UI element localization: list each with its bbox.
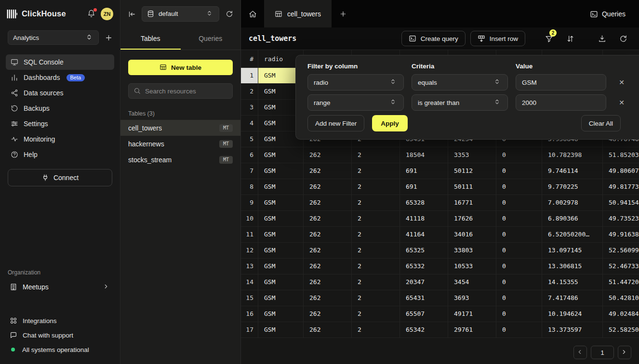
remove-filter-icon[interactable]: ✕	[614, 99, 629, 106]
table-cell[interactable]: 13.306815	[542, 259, 603, 274]
table-cell[interactable]: 33803	[448, 243, 496, 259]
table-cell[interactable]: 262	[304, 274, 352, 290]
table-cell[interactable]: 262	[304, 306, 352, 322]
row-number-cell[interactable]: 17	[241, 322, 258, 338]
table-cell[interactable]: 65325	[400, 243, 448, 259]
table-cell[interactable]: 2	[352, 179, 400, 195]
table-cell[interactable]: 0	[496, 322, 542, 338]
table-cell[interactable]: 41164	[400, 227, 448, 243]
insert-row-button[interactable]: Insert row	[470, 31, 525, 46]
table-cell[interactable]: 51.44720154	[603, 274, 639, 290]
table-cell[interactable]: 50111	[448, 179, 496, 195]
tab-tables[interactable]: Tables	[120, 27, 181, 50]
table-cell[interactable]: 49.024841	[603, 306, 639, 322]
table-cell[interactable]: 2	[352, 211, 400, 227]
table-cell[interactable]: 7.417486	[542, 290, 603, 306]
table-cell[interactable]: 2	[352, 274, 400, 290]
row-number-cell[interactable]: 5	[241, 131, 258, 147]
table-cell[interactable]: 2	[352, 259, 400, 274]
table-list-item-cell-towers[interactable]: cell_towers MT	[120, 120, 240, 136]
table-cell[interactable]: 49.806073	[603, 163, 639, 179]
row-number-cell[interactable]: 3	[241, 100, 258, 116]
table-cell[interactable]: GSM	[258, 306, 304, 322]
table-cell[interactable]: 16771	[448, 195, 496, 211]
row-number-cell[interactable]: 2	[241, 84, 258, 100]
add-filter-button[interactable]: Add new Filter	[307, 115, 364, 131]
table-cell[interactable]: 0	[496, 163, 542, 179]
filter-criteria-select[interactable]: is greater than	[412, 94, 508, 111]
sidebar-item-settings[interactable]: Settings	[6, 116, 114, 131]
filter-column-select[interactable]: radio	[307, 74, 404, 91]
search-input[interactable]	[145, 88, 227, 95]
table-cell[interactable]: 3693	[448, 290, 496, 306]
row-number-cell[interactable]: 8	[241, 179, 258, 195]
page-number-input[interactable]: 1	[591, 346, 614, 359]
table-cell[interactable]: 13.373597	[542, 322, 603, 338]
table-cell[interactable]: 49.916384	[603, 227, 639, 243]
row-number-cell[interactable]: 9	[241, 195, 258, 211]
table-cell[interactable]: GSM	[258, 179, 304, 195]
new-tab-button[interactable]	[332, 0, 355, 27]
table-cell[interactable]: 0	[496, 227, 542, 243]
download-button[interactable]	[594, 31, 610, 46]
sidebar-item-backups[interactable]: Backups	[6, 101, 114, 116]
table-cell[interactable]: 2	[352, 306, 400, 322]
table-cell[interactable]: 691	[400, 179, 448, 195]
table-cell[interactable]: 0	[496, 179, 542, 195]
table-cell[interactable]: 2	[352, 322, 400, 338]
row-number-cell[interactable]: 12	[241, 243, 258, 259]
create-query-button[interactable]: Create query	[401, 31, 466, 46]
table-cell[interactable]: GSM	[258, 322, 304, 338]
row-number-cell[interactable]: 4	[241, 116, 258, 131]
add-workspace-button[interactable]	[105, 34, 112, 41]
table-cell[interactable]: 65332	[400, 259, 448, 274]
table-cell[interactable]: 0	[496, 147, 542, 163]
table-cell[interactable]: 6.52050200…	[542, 227, 603, 243]
table-cell[interactable]: 13.097145	[542, 243, 603, 259]
table-cell[interactable]: 262	[304, 179, 352, 195]
row-number-cell[interactable]: 13	[241, 259, 258, 274]
table-cell[interactable]: GSM	[258, 259, 304, 274]
table-cell[interactable]: 65431	[400, 290, 448, 306]
table-cell[interactable]: 49.817739	[603, 179, 639, 195]
table-cell[interactable]: 262	[304, 259, 352, 274]
clear-all-button[interactable]: Clear All	[581, 115, 621, 131]
table-cell[interactable]: 2	[352, 227, 400, 243]
table-cell[interactable]: GSM	[258, 227, 304, 243]
table-cell[interactable]: 50112	[448, 163, 496, 179]
table-cell[interactable]: 262	[304, 195, 352, 211]
row-number-cell[interactable]: 15	[241, 290, 258, 306]
sidebar-item-dashboards[interactable]: Dashboards Beta	[6, 70, 114, 85]
workspace-select[interactable]: Analytics	[8, 30, 99, 45]
home-tab[interactable]	[241, 0, 264, 27]
table-cell[interactable]: 10.194624	[542, 306, 603, 322]
table-cell[interactable]: 51.852036	[603, 147, 639, 163]
table-cell[interactable]: 2	[352, 195, 400, 211]
row-number-cell[interactable]: 6	[241, 147, 258, 163]
table-cell[interactable]: 6.890366	[542, 211, 603, 227]
table-cell[interactable]: 262	[304, 227, 352, 243]
row-number-cell[interactable]: 1	[241, 68, 258, 84]
table-cell[interactable]: 262	[304, 243, 352, 259]
table-cell[interactable]: 2	[352, 147, 400, 163]
table-cell[interactable]: 0	[496, 211, 542, 227]
sort-button[interactable]	[562, 31, 578, 46]
sidebar-item-meetups[interactable]: Meetups	[6, 279, 114, 295]
table-cell[interactable]: 0	[496, 243, 542, 259]
table-cell[interactable]: 14.15355	[542, 274, 603, 290]
notifications-button[interactable]	[86, 9, 96, 19]
prev-page-button[interactable]	[573, 346, 587, 359]
sidebar-item-sql-console[interactable]: SQL Console	[6, 54, 114, 70]
table-cell[interactable]: GSM	[258, 195, 304, 211]
table-cell[interactable]: GSM	[258, 211, 304, 227]
tab-queries[interactable]: Queries	[181, 27, 241, 50]
table-cell[interactable]: 262	[304, 322, 352, 338]
tab-cell-towers[interactable]: cell_towers	[264, 0, 332, 27]
table-cell[interactable]: GSM	[258, 147, 304, 163]
table-cell[interactable]: 20347	[400, 274, 448, 290]
sidebar-item-monitoring[interactable]: Monitoring	[6, 131, 114, 147]
system-status-link[interactable]: All systems operational	[10, 342, 110, 357]
resource-search[interactable]	[128, 83, 233, 99]
table-cell[interactable]: 0	[496, 274, 542, 290]
new-table-button[interactable]: New table	[128, 60, 233, 75]
